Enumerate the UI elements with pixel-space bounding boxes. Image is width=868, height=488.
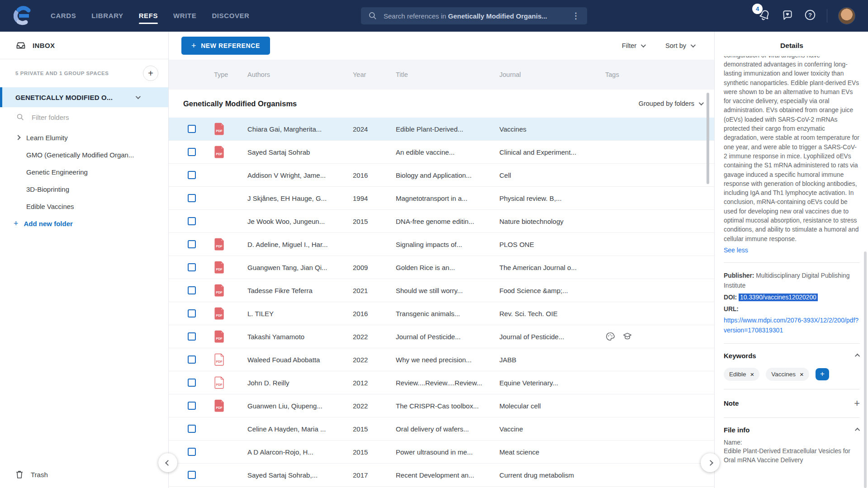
- doi-value-selected[interactable]: 10.3390/vaccines12020200: [739, 294, 818, 301]
- tag-palette-icon[interactable]: [605, 332, 615, 341]
- sort-by-dropdown[interactable]: Sort by: [665, 42, 694, 49]
- pdf-solid-icon[interactable]: PDF: [214, 261, 225, 274]
- year-cell: 2022: [353, 402, 396, 410]
- chevron-right-icon[interactable]: [15, 135, 20, 140]
- filter-folders-input[interactable]: Filter folders: [0, 107, 168, 127]
- table-row[interactable]: PDFTadesse Fikre Teferra2021Should we st…: [169, 279, 714, 302]
- add-keyword-button[interactable]: +: [816, 368, 829, 380]
- row-checkbox[interactable]: [188, 448, 196, 456]
- nav-item-discover[interactable]: DISCOVER: [212, 8, 249, 24]
- sidebar-folder-item[interactable]: 3D-Bioprinting: [0, 180, 168, 198]
- nav-item-library[interactable]: LIBRARY: [91, 8, 123, 24]
- nav-item-cards[interactable]: CARDS: [51, 8, 76, 24]
- table-row[interactable]: PDFGuanwen Liu, Qiupeng...2022The CRISPR…: [169, 394, 714, 417]
- table-row[interactable]: PDFChiara Gai, Margherita...2024Edible P…: [169, 118, 714, 141]
- grouping-dropdown[interactable]: Grouped by folders: [639, 100, 702, 107]
- notifications-button[interactable]: 4: [759, 9, 771, 23]
- filter-dropdown[interactable]: Filter: [622, 42, 645, 49]
- table-row[interactable]: Addison V Wright, Jame...2016Biology and…: [169, 164, 714, 187]
- pdf-solid-icon[interactable]: PDF: [214, 123, 225, 135]
- pdf-solid-icon[interactable]: PDF: [214, 284, 225, 297]
- expand-list-button[interactable]: [701, 453, 720, 472]
- row-checkbox[interactable]: [188, 286, 196, 294]
- help-button[interactable]: ?: [804, 9, 816, 23]
- table-row[interactable]: Sayed Sartaj Sohrab,...2017Recent Develo…: [169, 464, 714, 487]
- active-space-selector[interactable]: GENETICALLY MODIFIED O...: [0, 87, 168, 107]
- table-row[interactable]: PDFJohn D. Reilly2012Review....Review...…: [169, 371, 714, 394]
- list-scrollbar[interactable]: [707, 93, 709, 184]
- file-info-section-header: File info: [724, 426, 860, 434]
- user-avatar[interactable]: [838, 7, 855, 24]
- column-header-tags[interactable]: Tags: [603, 71, 714, 78]
- pdf-solid-icon[interactable]: PDF: [214, 307, 225, 320]
- nav-item-write[interactable]: WRITE: [173, 8, 196, 24]
- row-checkbox[interactable]: [188, 240, 196, 248]
- app-logo[interactable]: [14, 6, 32, 26]
- collapse-chevron-icon[interactable]: [855, 428, 860, 433]
- row-checkbox[interactable]: [188, 148, 196, 156]
- row-checkbox[interactable]: [188, 263, 196, 271]
- authors-cell: Waleed Fouad Abobatta: [247, 356, 353, 364]
- feedback-button[interactable]: [782, 9, 793, 23]
- column-header-year[interactable]: Year: [353, 71, 396, 78]
- global-search-input[interactable]: Search references in Genetically Modifie…: [361, 7, 587, 24]
- sidebar-item-inbox[interactable]: INBOX: [0, 32, 168, 59]
- table-row[interactable]: A D Alarcon-Rojo, H...2015Power ultrasou…: [169, 441, 714, 464]
- row-checkbox[interactable]: [188, 425, 196, 433]
- sidebar-folder-item[interactable]: Genetic Engineering: [0, 163, 168, 180]
- table-row[interactable]: J Skjånes, EH Hauge, G...1994Magnetotran…: [169, 187, 714, 210]
- svg-text:?: ?: [808, 12, 812, 19]
- navbar-actions: 4 ?: [759, 0, 855, 32]
- url-link[interactable]: https://www.mdpi.com/2076-393X/12/2/200/…: [724, 315, 860, 335]
- sidebar-folder-item[interactable]: GMO (Genetically Modified Organ...: [0, 146, 168, 163]
- column-header-journal[interactable]: Journal: [499, 71, 603, 78]
- remove-keyword-icon[interactable]: ×: [800, 370, 804, 378]
- remove-keyword-icon[interactable]: ×: [750, 370, 754, 378]
- pdf-solid-icon[interactable]: PDF: [214, 238, 225, 251]
- pdf-outline-icon[interactable]: PDF: [214, 376, 225, 389]
- column-header-authors[interactable]: Authors: [247, 71, 353, 78]
- row-checkbox[interactable]: [188, 402, 196, 410]
- details-scrollbar[interactable]: [864, 251, 867, 488]
- table-row[interactable]: PDFWaleed Fouad Abobatta2022Why we need …: [169, 348, 714, 371]
- table-row[interactable]: Celine A Hayden, Maria ...2015Oral deliv…: [169, 417, 714, 441]
- row-checkbox[interactable]: [188, 125, 196, 133]
- add-space-button[interactable]: +: [143, 66, 158, 81]
- sidebar-item-trash[interactable]: Trash: [0, 464, 168, 484]
- trash-icon: [14, 469, 24, 479]
- row-checkbox[interactable]: [188, 217, 196, 225]
- pdf-solid-icon[interactable]: PDF: [214, 146, 225, 158]
- collapse-chevron-icon[interactable]: [855, 354, 860, 359]
- row-checkbox[interactable]: [188, 194, 196, 202]
- table-row[interactable]: PDFL. TILEY2016Transgenic animals...Rev.…: [169, 302, 714, 325]
- row-checkbox[interactable]: [188, 309, 196, 317]
- table-row[interactable]: Je Wook Woo, Jungeun...2015DNA-free geno…: [169, 210, 714, 233]
- row-checkbox[interactable]: [188, 379, 196, 387]
- tag-school-icon[interactable]: [622, 332, 632, 341]
- column-header-type[interactable]: Type: [210, 71, 247, 78]
- collapse-sidebar-button[interactable]: [158, 453, 177, 472]
- nav-item-refs[interactable]: REFS: [139, 8, 158, 24]
- pdf-solid-icon[interactable]: PDF: [214, 330, 225, 343]
- add-new-folder-button[interactable]: + Add new folder: [0, 215, 168, 232]
- table-row[interactable]: PDFTakashi Yamamoto2022Journal of Pestic…: [169, 325, 714, 348]
- table-row[interactable]: PDFGuangwen Tang, Jian Qi...2009Golden R…: [169, 256, 714, 279]
- pdf-outline-icon[interactable]: PDF: [214, 353, 225, 366]
- row-checkbox[interactable]: [188, 171, 196, 179]
- new-reference-button[interactable]: + NEW REFERENCE: [181, 37, 270, 55]
- svg-text:PDF: PDF: [216, 245, 223, 248]
- sidebar-folder-item[interactable]: Learn Elumity: [0, 129, 168, 146]
- add-note-button[interactable]: +: [854, 398, 860, 409]
- column-header-title[interactable]: Title: [396, 71, 499, 78]
- folder-label: Genetic Engineering: [26, 168, 88, 176]
- table-row[interactable]: PDFD. Adeline, Miguel I., Har...Signalin…: [169, 233, 714, 256]
- row-checkbox[interactable]: [188, 332, 196, 341]
- search-options-kebab-icon[interactable]: ⋮: [570, 11, 582, 21]
- sidebar-folder-item[interactable]: Edible Vaccines: [0, 198, 168, 215]
- see-less-link[interactable]: See less: [724, 246, 748, 254]
- pdf-solid-icon[interactable]: PDF: [214, 399, 225, 412]
- row-checkbox[interactable]: [188, 471, 196, 479]
- table-row[interactable]: PDFSayed Sartaj SohrabAn edible vaccine.…: [169, 141, 714, 164]
- doi-field: DOI: 10.3390/vaccines12020200: [724, 293, 860, 303]
- row-checkbox[interactable]: [188, 355, 196, 364]
